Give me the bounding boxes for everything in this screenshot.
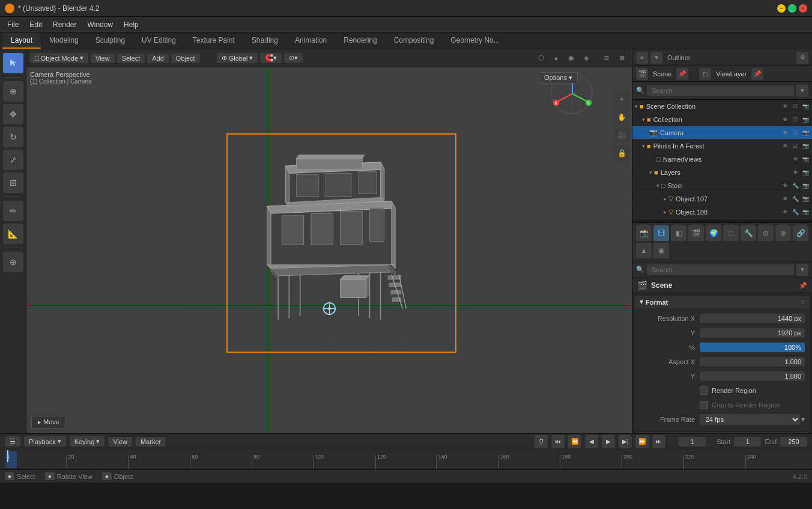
menu-file[interactable]: File xyxy=(2,19,23,30)
frame-range-section-header[interactable]: ▾ Frame Range xyxy=(635,432,810,433)
obj107-modifier-icon[interactable]: 🔧 xyxy=(791,195,799,203)
crop-render-region-checkbox[interactable] xyxy=(700,401,708,409)
outliner-filter-options-icon[interactable]: ▼ xyxy=(796,85,808,97)
viewport-overlay-btn[interactable]: ⧉ xyxy=(600,52,613,65)
camera-visibility-icon[interactable]: 👁 xyxy=(781,129,789,137)
tab-layout[interactable]: Layout xyxy=(2,32,41,49)
pan-btn[interactable]: ✋ xyxy=(614,109,629,125)
namedviews-render-icon[interactable]: 📷 xyxy=(801,155,810,163)
tool-move[interactable]: ✥ xyxy=(3,104,23,124)
layers-visibility-icon[interactable]: 👁 xyxy=(791,168,799,177)
obj108-render-icon[interactable]: 📷 xyxy=(801,208,810,216)
viewport-transform-selector[interactable]: ⊕ Global ▾ xyxy=(217,53,258,63)
props-filter-icon[interactable]: ▼ xyxy=(796,264,808,276)
tool-measure[interactable]: 📐 xyxy=(3,224,23,244)
outliner-item-pilotis[interactable]: ▾ ■ Pilotis In A Forest 👁 ☑ 📷 xyxy=(632,139,812,153)
menu-help[interactable]: Help xyxy=(119,19,144,30)
prop-world-btn[interactable]: 🌍 xyxy=(706,225,721,241)
resolution-y-value[interactable]: 1920 px xyxy=(700,328,805,338)
tool-scale[interactable]: ⤢ xyxy=(3,150,23,170)
render-region-checkbox[interactable] xyxy=(700,386,708,395)
outliner-view-icon[interactable]: ≡ xyxy=(636,52,648,64)
viewport-shading-render[interactable]: ◈ xyxy=(580,52,593,65)
frame-rate-select[interactable]: 24 fps 25 fps 30 fps 60 fps xyxy=(700,414,800,425)
maximize-button[interactable]: □ xyxy=(788,4,796,13)
playback-menu-btn[interactable]: Playback ▾ xyxy=(24,436,66,447)
play-btn[interactable]: ▶ xyxy=(602,435,615,448)
jump-to-end-btn[interactable]: ⏭ xyxy=(652,435,665,448)
prop-scene-btn[interactable]: 🎬 xyxy=(688,225,704,241)
menu-edit[interactable]: Edit xyxy=(25,19,47,30)
format-menu-icon[interactable]: ≡ xyxy=(801,299,805,305)
keying-menu-btn[interactable]: Keying ▾ xyxy=(70,436,105,447)
tool-add[interactable]: ⊕ xyxy=(3,252,23,272)
prop-object-btn[interactable]: □ xyxy=(723,225,739,241)
pilotis-exclude-icon[interactable]: ☑ xyxy=(791,142,799,150)
tab-animation[interactable]: Animation xyxy=(286,32,335,49)
prop-view-layer-btn[interactable]: ◧ xyxy=(671,225,686,241)
current-frame-input[interactable]: 1 xyxy=(679,437,706,447)
zoom-fit-btn[interactable]: ⌖ xyxy=(614,91,629,107)
prop-render-btn[interactable]: 📸 xyxy=(636,225,652,241)
tab-geometry[interactable]: Geometry No... xyxy=(442,32,507,49)
tool-rotate[interactable]: ↻ xyxy=(3,127,23,147)
prev-keyframe-btn[interactable]: ⏪ xyxy=(568,435,581,448)
camera-btn[interactable]: 🎥 xyxy=(614,127,629,143)
pilotis-visibility-icon[interactable]: 👁 xyxy=(781,142,789,150)
collection-exclude-icon[interactable]: ☑ xyxy=(791,115,799,124)
timeline-menu-btn[interactable]: ☰ xyxy=(5,436,20,447)
prop-material-btn[interactable]: ◉ xyxy=(653,243,669,258)
tab-texture-paint[interactable]: Texture Paint xyxy=(184,32,243,49)
start-frame-input[interactable]: 1 xyxy=(734,437,761,447)
collection-visibility-icon[interactable]: 👁 xyxy=(781,115,789,124)
steel-modifier-icon[interactable]: 🔧 xyxy=(791,181,799,190)
viewport-xray-btn[interactable]: ⊠ xyxy=(615,52,628,65)
outliner-item-camera[interactable]: 📷 Camera 👁 ☑ 📷 xyxy=(632,126,812,139)
close-button[interactable]: × xyxy=(799,4,807,13)
menu-window[interactable]: Window xyxy=(82,19,118,30)
obj108-modifier-icon[interactable]: 🔧 xyxy=(791,208,799,216)
render-icon[interactable]: 📷 xyxy=(801,102,810,111)
obj107-render-icon[interactable]: 📷 xyxy=(801,195,810,203)
properties-search-input[interactable] xyxy=(647,264,794,275)
visibility-icon[interactable]: 👁 xyxy=(781,102,789,111)
viewport-options-button[interactable]: Options ▾ xyxy=(539,72,578,84)
viewport-snap-btn[interactable]: 🧲▾ xyxy=(260,53,282,63)
end-frame-input[interactable]: 250 xyxy=(780,437,807,447)
sync-btn[interactable]: ⏱ xyxy=(535,435,548,448)
tab-modeling[interactable]: Modeling xyxy=(41,32,87,49)
marker-menu-btn[interactable]: Marker xyxy=(136,437,166,447)
viewlayer-pin-icon[interactable]: 📌 xyxy=(751,68,763,80)
tab-uv-editing[interactable]: UV Editing xyxy=(133,32,184,49)
jump-to-start-btn[interactable]: ⏮ xyxy=(551,435,565,448)
menu-render[interactable]: Render xyxy=(48,19,81,30)
viewport-add-menu[interactable]: Add xyxy=(147,53,169,63)
outliner-search-input[interactable] xyxy=(647,85,794,96)
prev-frame-btn[interactable]: ◀ xyxy=(585,435,598,448)
collection-render-icon[interactable]: 📷 xyxy=(801,115,810,124)
scene-pin-prop[interactable]: 📌 xyxy=(799,282,807,290)
tab-compositing[interactable]: Compositing xyxy=(386,32,443,49)
steel-render-icon[interactable]: 📷 xyxy=(801,181,810,190)
lock-camera-btn[interactable]: 🔒 xyxy=(614,145,629,161)
viewport-select-menu[interactable]: Select xyxy=(117,53,145,63)
viewport-shading-material[interactable]: ◉ xyxy=(565,52,578,65)
format-section-header[interactable]: ▾ Format ≡ xyxy=(635,296,810,308)
outliner-item-layers[interactable]: ▾ ■ Layers 👁 📷 xyxy=(632,166,812,179)
viewport-canvas[interactable]: Camera Perspective (1) Collection | Came… xyxy=(26,67,632,433)
outliner-item-scene-collection[interactable]: ▾ ■ Scene Collection 👁 ☑ 📷 xyxy=(632,100,812,113)
obj108-visibility-icon[interactable]: 👁 xyxy=(781,208,789,216)
outliner-filter-icon[interactable]: ▼ xyxy=(650,52,662,64)
tool-transform[interactable]: ⊞ xyxy=(3,172,23,193)
view-menu-btn[interactable]: View xyxy=(108,437,132,447)
steel-visibility-icon[interactable]: 👁 xyxy=(781,181,789,190)
camera-exclude-icon[interactable]: ☑ xyxy=(791,129,799,137)
timeline-ruler[interactable]: 1 20 40 60 80 100 120 140 160 180 xyxy=(0,450,812,469)
prop-data-btn[interactable]: ▲ xyxy=(636,243,652,258)
tab-rendering[interactable]: Rendering xyxy=(335,32,385,49)
viewport-shading-wire[interactable]: ⬡ xyxy=(535,52,548,65)
viewport-proportional-btn[interactable]: ⊙▾ xyxy=(284,53,303,63)
viewport-view-menu[interactable]: View xyxy=(91,53,115,63)
exclude-icon[interactable]: ☑ xyxy=(791,102,799,111)
obj107-visibility-icon[interactable]: 👁 xyxy=(781,195,789,203)
